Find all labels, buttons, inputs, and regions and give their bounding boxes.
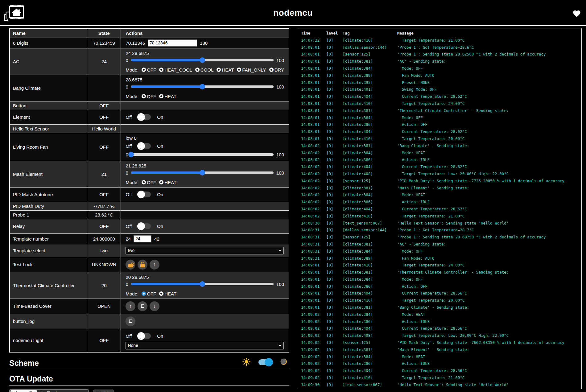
- log-message: Mode: HEAT: [397, 311, 581, 318]
- log-tag: [climate:386]: [343, 199, 397, 206]
- log-level: [D]: [326, 65, 343, 72]
- slider[interactable]: [131, 59, 274, 61]
- slider-thumb[interactable]: [128, 152, 134, 157]
- toggle-switch[interactable]: [138, 143, 151, 149]
- arrow-down-button[interactable]: ↓: [150, 301, 159, 311]
- radio-icon: [159, 94, 163, 98]
- toggle-switch[interactable]: [138, 333, 151, 339]
- slider[interactable]: [131, 283, 274, 285]
- entity-select[interactable]: two: [126, 247, 284, 254]
- log-tag: [climate:408]: [343, 171, 397, 178]
- scheme-toggle-knob[interactable]: [265, 358, 273, 366]
- log-time: 14:08:02: [301, 150, 326, 157]
- number-input[interactable]: [148, 39, 197, 47]
- log-level: [D]: [326, 382, 343, 389]
- mode-radio-off[interactable]: OFF: [142, 67, 156, 72]
- toggle-knob[interactable]: [137, 222, 145, 230]
- log-message: Current Temperature: 28.56°C: [397, 290, 581, 297]
- slider-thumb[interactable]: [200, 281, 205, 287]
- toggle-knob[interactable]: [137, 113, 145, 121]
- log-row: 14:08:02[D][climate:386] Action: IDLE: [301, 199, 581, 206]
- toggle-knob[interactable]: [137, 332, 145, 340]
- arrow-up-button[interactable]: ↑: [126, 301, 135, 311]
- mode-radio-off[interactable]: OFF: [142, 291, 156, 296]
- log-level: [D]: [326, 255, 343, 262]
- column-header-name: Name: [10, 28, 87, 38]
- slider-fill: [131, 171, 202, 174]
- log-level: [D]: [326, 227, 343, 234]
- log-message: Target Temperature: Low: 20.00°C High: 2…: [397, 332, 581, 339]
- log-tag: [climate:381]: [343, 346, 397, 353]
- log-row: 14:08:01[D][climate:404] Current Tempera…: [301, 93, 581, 100]
- stop-button[interactable]: [138, 301, 147, 311]
- log-time: 14:08:01: [301, 100, 326, 107]
- log-panel[interactable]: TimelevelTagMessage14:07:32[D][climate:4…: [297, 28, 582, 389]
- slider-thumb[interactable]: [200, 57, 205, 63]
- press-button[interactable]: [126, 316, 135, 326]
- table-row: ElementOFFOffOn: [10, 110, 289, 124]
- toggle-widget: OffOn: [126, 332, 284, 340]
- log-level: [D]: [326, 128, 343, 135]
- radio-icon: [159, 291, 163, 296]
- moon-icon: [280, 358, 287, 367]
- entity-actions: [121, 202, 289, 210]
- table-header-row: Name State Actions: [10, 28, 289, 38]
- mode-radio-heat[interactable]: HEAT: [217, 67, 234, 72]
- log-message: Preset: NONE: [397, 79, 581, 86]
- radio-label: FAN_ONLY: [242, 67, 266, 72]
- slider-thumb[interactable]: [200, 170, 205, 175]
- mode-radio-heat_cool[interactable]: HEAT_COOL: [159, 67, 192, 72]
- slider[interactable]: [131, 171, 274, 174]
- slider[interactable]: [131, 85, 274, 88]
- table-row: 6 Digits70.12345970.12346180: [10, 38, 289, 48]
- choose-file-button[interactable]: Choose file: [10, 390, 37, 392]
- log-level: [D]: [326, 374, 343, 382]
- unlock-button[interactable]: [126, 260, 135, 270]
- mode-radio-heat[interactable]: HEAT: [159, 291, 176, 296]
- mode-radio-off[interactable]: OFF: [142, 94, 156, 99]
- scheme-toggle[interactable]: [258, 359, 272, 365]
- arrow-up-button[interactable]: ↑: [150, 260, 159, 270]
- log-level: [D]: [326, 58, 343, 65]
- log-tag: [climate:401]: [343, 86, 397, 93]
- file-input[interactable]: Choose file No file chosen: [9, 389, 89, 392]
- log-tag: [climate:381]: [343, 241, 397, 248]
- entity-select[interactable]: None: [126, 342, 284, 349]
- log-time: 14:09:02: [301, 332, 326, 339]
- entity-actions: 24 28.68750100Mode:OFFHEAT_COOLCOOLHEATF…: [121, 48, 289, 75]
- mode-radio-dry[interactable]: DRY: [269, 67, 284, 72]
- number-input[interactable]: [134, 235, 151, 242]
- table-row: Bang Climate28.68750100Mode:OFFHEAT: [10, 75, 289, 101]
- log-tag: [dallas.sensor:144]: [343, 44, 397, 51]
- toggle-knob[interactable]: [137, 191, 145, 198]
- log-tag: [climate:386]: [343, 121, 397, 128]
- lock-button[interactable]: [138, 260, 147, 270]
- entity-state: OFF: [87, 101, 121, 110]
- slider[interactable]: [131, 153, 274, 156]
- mode-radio-off[interactable]: OFF: [142, 180, 156, 185]
- toggle-switch[interactable]: [138, 114, 151, 120]
- log-level: [D]: [326, 156, 343, 163]
- log-level: [D]: [326, 262, 343, 269]
- slider-fill: [131, 59, 202, 61]
- mode-radio-fan_only[interactable]: FAN_ONLY: [237, 67, 266, 72]
- toggle-switch[interactable]: [138, 223, 151, 229]
- log-time: 14:08:01: [301, 79, 326, 86]
- log-row: 14:08:30[D][text_sensor:067]'Hello Text …: [301, 220, 581, 227]
- log-level: [D]: [326, 248, 343, 255]
- mode-radio-heat[interactable]: HEAT: [159, 94, 176, 99]
- mode-radio-heat[interactable]: HEAT: [159, 180, 176, 185]
- slider-thumb[interactable]: [200, 84, 205, 89]
- toggle-switch[interactable]: [138, 192, 151, 197]
- heart-icon[interactable]: [572, 9, 581, 19]
- update-button[interactable]: Update: [93, 390, 114, 392]
- toggle-knob[interactable]: [137, 142, 145, 150]
- mode-radio-cool[interactable]: COOL: [195, 67, 214, 72]
- log-time: 14:08:31: [301, 248, 326, 255]
- radio-label: OFF: [147, 180, 156, 185]
- number-prefix-value: 24: [126, 236, 131, 241]
- log-tag: [climate:410]: [343, 37, 397, 44]
- table-row: Living Room FanOFFlow 0OffOn0100: [10, 133, 289, 161]
- log-time: 14:09:01: [301, 276, 326, 283]
- log-time: 14:08:02: [301, 178, 326, 185]
